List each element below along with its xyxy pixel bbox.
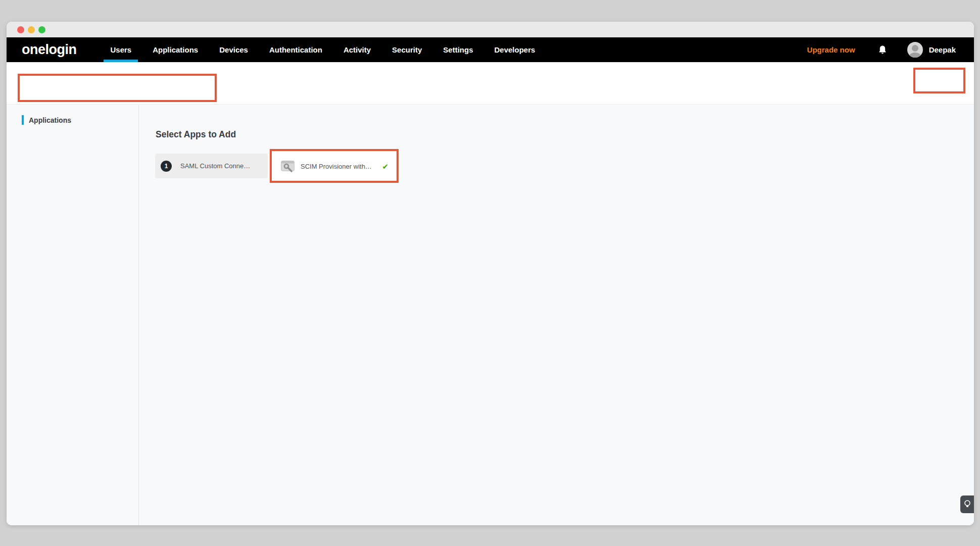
selected-check-icon: ✔	[382, 162, 388, 171]
app-number-badge: 1	[161, 161, 172, 172]
nav-item-authentication[interactable]: Authentication	[259, 37, 333, 62]
lightbulb-icon	[964, 500, 970, 509]
app-card-saml[interactable]: 1 SAML Custom Conne…	[155, 154, 268, 178]
sidebar-item-label: Applications	[29, 116, 71, 124]
nav-item-activity[interactable]: Activity	[333, 37, 381, 62]
nav-item-security[interactable]: Security	[381, 37, 432, 62]
app-connector-icon	[281, 161, 295, 172]
active-indicator-bar	[22, 115, 24, 125]
app-name-label: SCIM Provisioner with…	[301, 163, 372, 170]
nav-item-settings[interactable]: Settings	[432, 37, 483, 62]
primary-nav: Users Applications Devices Authenticatio…	[100, 37, 546, 62]
app-name-label: SAML Custom Conne…	[180, 162, 250, 170]
avatar-head-icon	[912, 45, 918, 52]
avatar-shoulders-icon	[909, 53, 921, 58]
onelogin-logo[interactable]: onelogin	[22, 42, 76, 58]
minimize-window-icon[interactable]	[28, 26, 35, 33]
zoom-window-icon[interactable]	[38, 26, 45, 33]
nav-item-developers[interactable]: Developers	[484, 37, 546, 62]
top-navbar: onelogin Users Applications Devices Auth…	[7, 37, 974, 62]
app-window: onelogin Users Applications Devices Auth…	[7, 22, 974, 525]
nav-item-users[interactable]: Users	[100, 37, 142, 62]
app-card-scim[interactable]: SCIM Provisioner with… ✔	[272, 152, 397, 181]
sidebar-item-applications[interactable]: Applications	[22, 115, 71, 125]
content-area: Applications Select Apps to Add 1 SAML C…	[7, 105, 974, 525]
page-header: Roles / ✔ ✖ Cancel Save	[7, 62, 974, 105]
upgrade-now-link[interactable]: Upgrade now	[807, 45, 855, 54]
sidebar: Applications	[7, 105, 139, 525]
navbar-right: Upgrade now Deepak	[807, 42, 956, 58]
user-name-label[interactable]: Deepak	[929, 45, 956, 54]
nav-item-applications[interactable]: Applications	[142, 37, 209, 62]
section-heading: Select Apps to Add	[156, 129, 236, 140]
nav-item-devices[interactable]: Devices	[209, 37, 259, 62]
window-titlebar	[7, 22, 974, 37]
notifications-bell-icon[interactable]	[878, 45, 887, 55]
close-window-icon[interactable]	[17, 26, 24, 33]
user-avatar[interactable]	[907, 42, 923, 58]
help-lightbulb-button[interactable]	[960, 495, 974, 513]
